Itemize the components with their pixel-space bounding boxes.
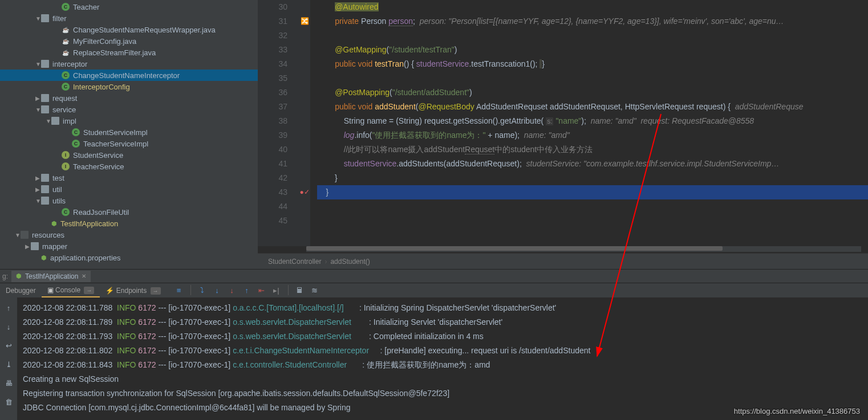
show-execution-icon[interactable]: ≡ xyxy=(173,285,185,296)
breadcrumb-bar[interactable]: StudentController › addStudent() xyxy=(258,253,868,269)
tree-item[interactable]: request xyxy=(0,92,258,104)
tree-item[interactable]: ☕ChangeStudentNameRequestWrapper.java xyxy=(0,24,258,35)
clear-icon[interactable]: 🗑 xyxy=(5,395,13,409)
debug-tab-app[interactable]: ⬢ TestlhfApplication ✕ xyxy=(11,271,91,282)
code-line[interactable] xyxy=(317,28,868,43)
drop-frame-icon[interactable]: ⇤ xyxy=(256,285,267,296)
print-icon[interactable]: 🖶 xyxy=(5,376,13,390)
tree-item[interactable]: CChangeStudentNameInterceptor xyxy=(0,70,258,81)
chevron-down-icon[interactable] xyxy=(15,232,21,238)
tree-item-label: ChangeStudentNameRequestWrapper.java xyxy=(73,26,216,34)
soft-wrap-icon[interactable]: ↩ xyxy=(6,339,12,353)
folder-icon xyxy=(51,117,59,125)
tree-item[interactable]: IStudentService xyxy=(0,149,258,161)
chevron-down-icon[interactable] xyxy=(35,198,41,204)
interface-icon: I xyxy=(62,151,70,159)
chevron-right-icon[interactable] xyxy=(35,95,41,101)
chevron-right-icon[interactable] xyxy=(35,175,41,181)
tree-item-label: StudentServiceImpl xyxy=(83,128,148,137)
step-over-icon[interactable]: ⤵ xyxy=(197,285,208,296)
debug-tabs: g: ⬢ TestlhfApplication ✕ xyxy=(0,269,868,283)
step-out-icon[interactable]: ↑ xyxy=(241,285,253,296)
breadcrumb-item[interactable]: addStudent() xyxy=(330,258,370,266)
folder-icon xyxy=(31,242,39,250)
interface-icon: I xyxy=(62,162,70,170)
chevron-right-icon[interactable] xyxy=(25,243,31,250)
editor: 30313233343536373839404142434445 🔀●✓ @Au… xyxy=(258,0,868,269)
step-into-icon[interactable]: ↓ xyxy=(212,285,223,296)
tree-item[interactable]: test xyxy=(0,172,258,184)
class-icon: C xyxy=(62,83,70,91)
scroll-up-icon[interactable]: ↑ xyxy=(7,301,11,315)
java-file-icon: ☕ xyxy=(62,48,70,56)
tree-item[interactable]: ☕ReplaceStreamFilter.java xyxy=(0,47,258,58)
console-line: 2020-12-08 22:08:11.802 INFO 6172 --- [i… xyxy=(23,344,862,358)
tree-item[interactable]: filter xyxy=(0,13,258,24)
tree-item[interactable]: CReadJsonFileUtil xyxy=(0,206,258,218)
code-line[interactable]: private Person person; person: "Person[l… xyxy=(317,14,868,28)
tree-item[interactable]: ⬢TestlhfApplication xyxy=(0,218,258,229)
tab-debugger[interactable]: Debugger xyxy=(0,284,42,297)
code-line[interactable]: @GetMapping("/student/testTran") xyxy=(317,43,868,57)
chevron-down-icon[interactable] xyxy=(35,15,41,22)
horizontal-scrollbar[interactable] xyxy=(306,246,861,252)
chevron-right-icon[interactable] xyxy=(35,186,41,193)
chevron-down-icon[interactable] xyxy=(35,61,41,67)
tree-item[interactable]: CStudentServiceImpl xyxy=(0,127,258,138)
trace-icon[interactable]: ≋ xyxy=(309,285,321,296)
code-line[interactable]: } xyxy=(317,171,868,185)
code-line[interactable] xyxy=(317,199,868,214)
tree-item-label: TeacherServiceImpl xyxy=(83,140,148,148)
run-to-cursor-icon[interactable]: ▸| xyxy=(271,285,282,296)
tree-item[interactable]: utils xyxy=(0,195,258,206)
code-line[interactable]: studentService.addStudents(addStudentReq… xyxy=(317,157,868,171)
tree-item[interactable]: util xyxy=(0,184,258,195)
force-step-into-icon[interactable]: ↓ xyxy=(226,285,238,296)
class-icon: C xyxy=(62,208,70,216)
scroll-down-icon[interactable]: ↓ xyxy=(7,320,11,334)
tree-item[interactable]: ⬢application.properties xyxy=(0,252,258,263)
tree-item[interactable]: resources xyxy=(0,229,258,240)
code-line[interactable] xyxy=(317,71,868,85)
tree-item[interactable]: CTeacherServiceImpl xyxy=(0,138,258,149)
console-output[interactable]: 2020-12-08 22:08:11.788 INFO 6172 --- [i… xyxy=(17,297,868,420)
project-tree[interactable]: CTeacherfilter☕ChangeStudentNameRequestW… xyxy=(0,0,258,269)
evaluate-icon[interactable]: 🖩 xyxy=(294,285,306,296)
code-line[interactable]: } xyxy=(317,185,868,199)
tab-endpoints[interactable]: ⚡ Endpoints → xyxy=(100,284,166,297)
divider xyxy=(190,285,191,295)
gutter-marker-icon[interactable]: 🔀 xyxy=(301,14,309,28)
tree-item[interactable]: mapper xyxy=(0,240,258,252)
tree-item[interactable]: CInterceptorConfig xyxy=(0,81,258,92)
code-line[interactable]: @Autowired xyxy=(317,0,868,14)
tree-item[interactable]: ☕MyFilterConfig.java xyxy=(0,35,258,47)
code-line[interactable]: public void testTran() { studentService.… xyxy=(317,57,868,71)
java-file-icon: ☕ xyxy=(62,26,70,34)
tree-item[interactable]: service xyxy=(0,104,258,115)
code-line[interactable] xyxy=(317,214,868,228)
tab-console[interactable]: ▣ Console → xyxy=(42,284,100,297)
tree-item[interactable]: impl xyxy=(0,115,258,127)
code-line[interactable]: String name = (String) request.getSessio… xyxy=(317,114,868,128)
debug-label: g: xyxy=(2,272,8,280)
chevron-down-icon[interactable] xyxy=(35,107,41,113)
class-icon: C xyxy=(62,3,70,11)
tree-item[interactable]: interceptor xyxy=(0,58,258,70)
tree-item[interactable]: CTeacher xyxy=(0,1,258,13)
chevron-down-icon[interactable] xyxy=(46,118,51,124)
tree-item[interactable]: ITeacherService xyxy=(0,161,258,172)
code-line[interactable]: public void addStudent(@RequestBody AddS… xyxy=(317,100,868,114)
tree-item-label: StudentService xyxy=(73,151,123,160)
code-area[interactable]: 30313233343536373839404142434445 🔀●✓ @Au… xyxy=(258,0,868,246)
breadcrumb-item[interactable]: StudentController xyxy=(268,258,321,266)
code-lines[interactable]: @Autowired private Person person; person… xyxy=(310,0,868,246)
scroll-to-end-icon[interactable]: ⤓ xyxy=(6,357,12,372)
folder-icon xyxy=(41,105,49,113)
code-line[interactable]: log.info("使用拦截器获取到的name为：" + name); name… xyxy=(317,128,868,142)
class-icon: C xyxy=(72,128,80,136)
close-icon[interactable]: ✕ xyxy=(82,273,86,279)
breakpoint-icon[interactable]: ●✓ xyxy=(299,185,309,199)
code-line[interactable]: @PostMapping("/student/addStudent") xyxy=(317,85,868,100)
tree-item-label: resources xyxy=(32,231,64,239)
code-line[interactable]: //此时可以将name摄入addStudentRequset中的student中… xyxy=(317,142,868,157)
